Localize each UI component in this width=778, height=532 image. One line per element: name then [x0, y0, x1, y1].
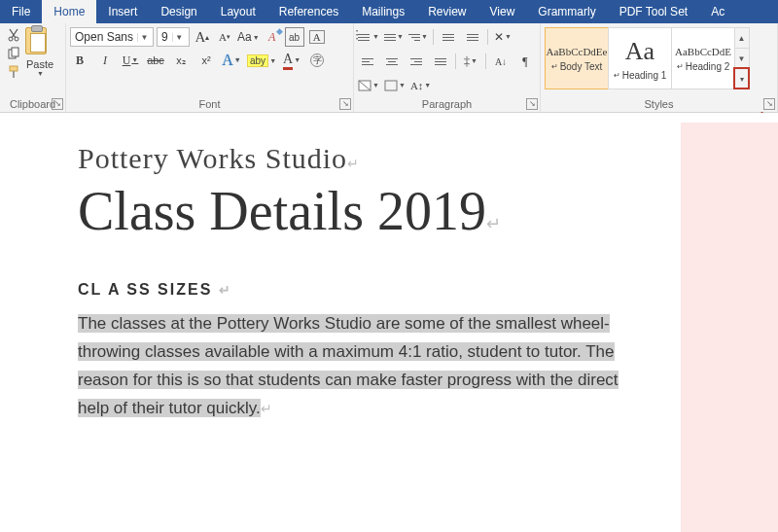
cut-icon[interactable]: [6, 27, 21, 43]
tab-design[interactable]: Design: [149, 0, 208, 23]
group-paragraph: •••▼ ▼ ▼ ✕▼ ‡▼ A↓: [354, 23, 541, 112]
svg-rect-7: [385, 81, 397, 90]
tab-file[interactable]: File: [0, 0, 42, 23]
svg-rect-3: [12, 48, 18, 56]
group-styles: AaBbCcDdEe ↵Body Text Aa ↵Heading 1 AaBb…: [541, 23, 778, 112]
shading-button[interactable]: ▼: [358, 76, 379, 95]
tab-overflow[interactable]: Ac: [699, 0, 736, 23]
svg-rect-5: [13, 71, 15, 78]
ribbon-tabs: File Home Insert Design Layout Reference…: [0, 0, 778, 23]
svg-point-1: [15, 37, 18, 41]
asian-layout-button[interactable]: ✕▼: [493, 27, 513, 47]
increase-indent-button[interactable]: [463, 27, 482, 47]
borders-button[interactable]: ▼: [384, 76, 406, 95]
styles-dialog-launcher[interactable]: ↘: [763, 98, 775, 110]
shrink-font-button[interactable]: A▾: [215, 27, 234, 47]
paragraph-dialog-launcher[interactable]: ↘: [526, 98, 538, 110]
tab-references[interactable]: References: [267, 0, 350, 23]
underline-button[interactable]: U▼: [121, 51, 140, 70]
font-size-dropdown[interactable]: 9▼: [157, 27, 190, 47]
tab-view[interactable]: View: [478, 0, 527, 23]
comment-pane: [681, 123, 778, 532]
highlight-button[interactable]: aby▼: [247, 51, 276, 70]
line-spacing-button[interactable]: ‡▼: [461, 52, 480, 71]
decrease-indent-button[interactable]: [439, 27, 458, 47]
align-left-button[interactable]: [358, 52, 377, 71]
sort-button[interactable]: A↓: [491, 52, 511, 71]
enclose-characters-button[interactable]: 字: [307, 51, 327, 70]
style-body-text[interactable]: AaBbCcDdEe ↵Body Text: [545, 27, 609, 89]
styles-expand-button[interactable]: ▾: [734, 68, 749, 89]
ribbon: Paste ▼ Clipboard ↘ Open Sans▼ 9▼ A▴ A▾ …: [0, 23, 778, 113]
paste-label: Paste: [26, 58, 53, 70]
style-heading-1[interactable]: Aa ↵Heading 1: [608, 27, 672, 89]
text-effects-button[interactable]: A▼: [222, 51, 241, 70]
clear-formatting-button[interactable]: A◆: [263, 27, 282, 47]
text-direction-button[interactable]: A↕▼: [410, 76, 431, 95]
svg-rect-4: [10, 66, 18, 71]
copy-icon[interactable]: [6, 46, 21, 61]
paste-button[interactable]: Paste ▼: [23, 25, 56, 96]
tab-home[interactable]: Home: [42, 0, 96, 23]
svg-point-0: [9, 37, 13, 41]
group-label-font: Font: [70, 96, 349, 112]
font-dialog-launcher[interactable]: ↘: [339, 98, 351, 110]
justify-button[interactable]: [431, 52, 450, 71]
font-name-dropdown[interactable]: Open Sans▼: [70, 27, 154, 47]
strikethrough-button[interactable]: abc: [146, 51, 165, 70]
font-color-button[interactable]: A▼: [282, 51, 301, 70]
group-label-paragraph: Paragraph: [358, 96, 536, 112]
tab-insert[interactable]: Insert: [96, 0, 149, 23]
align-right-button[interactable]: [407, 52, 426, 71]
group-label-styles: Styles: [545, 96, 773, 112]
italic-button[interactable]: I: [95, 51, 115, 70]
format-painter-icon[interactable]: [6, 64, 21, 80]
paste-dropdown-icon[interactable]: ▼: [37, 70, 44, 77]
styles-gallery-scroll: ▲ ▼ ▾: [734, 27, 750, 89]
clipboard-dialog-launcher[interactable]: ↘: [52, 98, 63, 110]
show-marks-button[interactable]: ¶: [515, 52, 535, 71]
tab-pdf-tool-set[interactable]: PDF Tool Set: [608, 0, 699, 23]
document-page[interactable]: Pottery Works Studio↵ Class Details 2019…: [0, 123, 681, 452]
tab-grammarly[interactable]: Grammarly: [526, 0, 607, 23]
align-center-button[interactable]: [382, 52, 402, 71]
style-heading-2[interactable]: AaBbCcDdE ↵Heading 2: [671, 27, 735, 89]
styles-scroll-up[interactable]: ▲: [734, 28, 749, 48]
numbering-button[interactable]: ▼: [384, 27, 404, 47]
change-case-button[interactable]: Aa▼: [237, 27, 260, 47]
grow-font-button[interactable]: A▴: [193, 27, 212, 47]
subscript-button[interactable]: x₂: [171, 51, 191, 70]
doc-title: Class Details 2019: [78, 181, 486, 241]
phonetic-guide-button[interactable]: A: [307, 27, 327, 47]
bold-button[interactable]: B: [70, 51, 89, 70]
doc-body-paragraph[interactable]: The classes at the Pottery Works Studio …: [78, 310, 652, 423]
character-border-button[interactable]: ab: [285, 27, 304, 47]
tab-review[interactable]: Review: [416, 0, 477, 23]
document-area: ↵ ↵ ↵ ↵ Pottery Works Studio↵ Class Deta…: [0, 113, 778, 532]
superscript-button[interactable]: x²: [196, 51, 216, 70]
multilevel-list-button[interactable]: ▼: [408, 27, 428, 47]
styles-scroll-down[interactable]: ▼: [734, 48, 749, 68]
tab-mailings[interactable]: Mailings: [350, 0, 416, 23]
bullets-button[interactable]: •••▼: [358, 27, 379, 47]
doc-heading: CL A SS SIZES: [78, 281, 212, 298]
tab-layout[interactable]: Layout: [209, 0, 267, 23]
group-font: Open Sans▼ 9▼ A▴ A▾ Aa▼ A◆ ab A B I U▼: [66, 23, 354, 112]
group-clipboard: Paste ▼ Clipboard ↘: [0, 23, 66, 112]
doc-subtitle: Pottery Works Studio: [78, 142, 347, 174]
